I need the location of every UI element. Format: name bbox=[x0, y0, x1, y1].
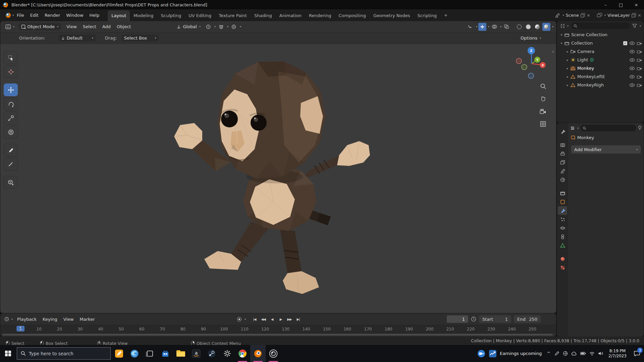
chevron-down-icon[interactable]: ▾ bbox=[476, 25, 477, 28]
properties-tab-object[interactable] bbox=[558, 197, 567, 206]
outliner-label[interactable]: Camera bbox=[577, 49, 594, 54]
play-button[interactable]: ▶ bbox=[277, 315, 285, 323]
jump-to-next-keyframe-button[interactable]: ▶▶ bbox=[285, 315, 293, 323]
options-dropdown[interactable]: Options ▾ bbox=[518, 35, 543, 42]
taskbar-app-steam[interactable] bbox=[204, 345, 219, 362]
tool-add-cube-button[interactable] bbox=[4, 176, 18, 189]
menu-window[interactable]: Window bbox=[63, 11, 86, 19]
outliner-label[interactable]: Collection bbox=[571, 41, 593, 46]
navigation-gizmo[interactable]: Z Y X bbox=[509, 45, 553, 81]
shading-solid-button[interactable] bbox=[524, 23, 532, 31]
end-frame-field[interactable]: End250 bbox=[514, 315, 541, 323]
timeline-editor-type-button[interactable]: ▾ bbox=[3, 316, 14, 322]
taskbar-app-edge[interactable] bbox=[127, 345, 142, 362]
tool-move-button[interactable] bbox=[4, 83, 18, 96]
proportional-editing-toggle[interactable] bbox=[230, 23, 238, 31]
tool-rotate-button[interactable] bbox=[4, 98, 18, 110]
taskbar-app-obs[interactable] bbox=[266, 345, 281, 362]
viewport-menu-add[interactable]: Add bbox=[99, 23, 114, 31]
news-headline[interactable]: Earnings upcoming bbox=[498, 351, 544, 356]
unlink-scene-icon[interactable]: × bbox=[587, 13, 590, 18]
tray-battery-icon[interactable] bbox=[579, 345, 588, 362]
properties-tab-render[interactable] bbox=[558, 140, 567, 149]
action-center-button[interactable]: 3 bbox=[630, 345, 644, 362]
chevron-down-icon[interactable]: ▾ bbox=[552, 25, 553, 28]
mode-dropdown[interactable]: Object Mode ▾ bbox=[19, 23, 61, 30]
drag-mode-dropdown[interactable]: Select Box ▾ bbox=[122, 35, 159, 42]
disclosure-icon[interactable]: ▸ bbox=[565, 75, 570, 78]
tray-cloud-icon[interactable] bbox=[570, 345, 579, 362]
tool-measure-button[interactable] bbox=[4, 158, 18, 171]
properties-tab-output[interactable] bbox=[558, 149, 567, 158]
hide-in-viewport-icon[interactable] bbox=[630, 50, 635, 53]
viewport-menu-object[interactable]: Object bbox=[114, 23, 134, 31]
workspace-tab-sculpting[interactable]: Sculpting bbox=[157, 10, 185, 21]
workspace-tab-rendering[interactable]: Rendering bbox=[305, 10, 335, 21]
disable-in-renders-icon[interactable] bbox=[637, 75, 642, 78]
new-viewlayer-icon[interactable] bbox=[632, 13, 636, 17]
auto-keying-toggle[interactable] bbox=[235, 315, 243, 323]
menu-render[interactable]: Render bbox=[42, 11, 63, 19]
xray-toggle[interactable] bbox=[502, 23, 511, 31]
toggle-ortho-icon[interactable] bbox=[538, 119, 548, 129]
disable-in-renders-icon[interactable] bbox=[637, 67, 642, 70]
blender-menu-button[interactable]: ▾ bbox=[3, 13, 14, 18]
viewlayer-name[interactable]: ViewLayer bbox=[607, 13, 630, 18]
taskbar-app-blender[interactable] bbox=[250, 345, 266, 362]
disclosure-icon[interactable]: ▾ bbox=[559, 33, 564, 37]
chevron-down-icon[interactable]: ▾ bbox=[240, 25, 241, 28]
timeline-menu-marker[interactable]: Marker bbox=[77, 315, 98, 323]
timeline-ruler[interactable]: 1 11020304050607080901001101201301401501… bbox=[0, 325, 556, 334]
hide-in-viewport-icon[interactable] bbox=[630, 58, 635, 62]
maximize-button[interactable]: □ bbox=[613, 0, 629, 9]
hide-in-viewport-icon[interactable] bbox=[630, 83, 635, 87]
taskbar-search-input[interactable]: Type here to search bbox=[17, 347, 111, 360]
workspace-tab-compositing[interactable]: Compositing bbox=[335, 10, 370, 21]
workspace-tab-modeling[interactable]: Modeling bbox=[130, 10, 157, 21]
object-visibility-dropdown[interactable] bbox=[466, 23, 474, 31]
chevron-down-icon[interactable]: ▾ bbox=[640, 24, 641, 27]
properties-tab-constraints[interactable] bbox=[558, 232, 567, 241]
tray-expand-icon[interactable]: ^ bbox=[544, 351, 553, 356]
timeline-menu-keying[interactable]: Keying bbox=[40, 315, 60, 323]
properties-tab-texture[interactable] bbox=[558, 263, 567, 272]
timeline-menu-playback[interactable]: Playback bbox=[14, 315, 40, 323]
outliner-search-input[interactable] bbox=[571, 22, 630, 29]
new-scene-icon[interactable] bbox=[581, 13, 585, 17]
workspace-tab-geometry-nodes[interactable]: Geometry Nodes bbox=[370, 10, 414, 21]
editor-type-button[interactable]: ▾ bbox=[3, 23, 17, 30]
chevron-down-icon[interactable]: ▾ bbox=[562, 14, 564, 17]
properties-tab-physics[interactable] bbox=[558, 224, 567, 232]
menu-help[interactable]: Help bbox=[87, 11, 103, 19]
outliner-row-monkey[interactable]: ▸Monkey bbox=[557, 64, 644, 72]
taskbar-app-store[interactable] bbox=[158, 345, 173, 362]
tool-annotate-button[interactable] bbox=[4, 144, 18, 157]
taskbar-app-task-view[interactable] bbox=[142, 345, 158, 362]
workspace-tab-animation[interactable]: Animation bbox=[276, 10, 305, 21]
jump-to-start-button[interactable]: |◀ bbox=[251, 315, 259, 323]
hide-in-viewport-icon[interactable] bbox=[630, 42, 635, 45]
taskbar-app-amazon[interactable]: a bbox=[189, 345, 204, 362]
pan-hand-icon[interactable] bbox=[538, 94, 548, 104]
shading-material-button[interactable] bbox=[533, 23, 541, 31]
tool-transform-button[interactable] bbox=[4, 126, 18, 138]
pivot-point-dropdown[interactable] bbox=[204, 23, 212, 31]
play-reverse-button[interactable]: ◀ bbox=[268, 315, 276, 323]
workspace-tab-uv-editing[interactable]: UV Editing bbox=[185, 10, 215, 21]
shading-wireframe-button[interactable] bbox=[515, 23, 523, 31]
orientation-dropdown[interactable]: Global ▾ bbox=[174, 23, 203, 30]
start-frame-field[interactable]: Start1 bbox=[479, 315, 511, 323]
minimize-button[interactable]: – bbox=[598, 0, 613, 9]
outliner-label[interactable]: MonkeyRigh bbox=[577, 82, 604, 87]
workspace-tab-shading[interactable]: Shading bbox=[251, 10, 276, 21]
properties-editor-icon[interactable] bbox=[570, 126, 575, 130]
viewport-menu-view[interactable]: View bbox=[63, 23, 80, 31]
show-overlays-toggle[interactable] bbox=[490, 23, 498, 31]
properties-tab-material[interactable] bbox=[558, 254, 567, 263]
jump-to-prev-keyframe-button[interactable]: ◀◀ bbox=[259, 315, 267, 323]
outliner-label[interactable]: Monkey bbox=[577, 66, 594, 71]
outliner-row-monkeylefte[interactable]: ▸MonkeyLeftE bbox=[557, 72, 644, 81]
outliner-row-light[interactable]: ▸Light bbox=[557, 56, 644, 64]
properties-tab-modifiers[interactable] bbox=[558, 206, 567, 215]
outliner-label[interactable]: Light bbox=[577, 57, 588, 62]
